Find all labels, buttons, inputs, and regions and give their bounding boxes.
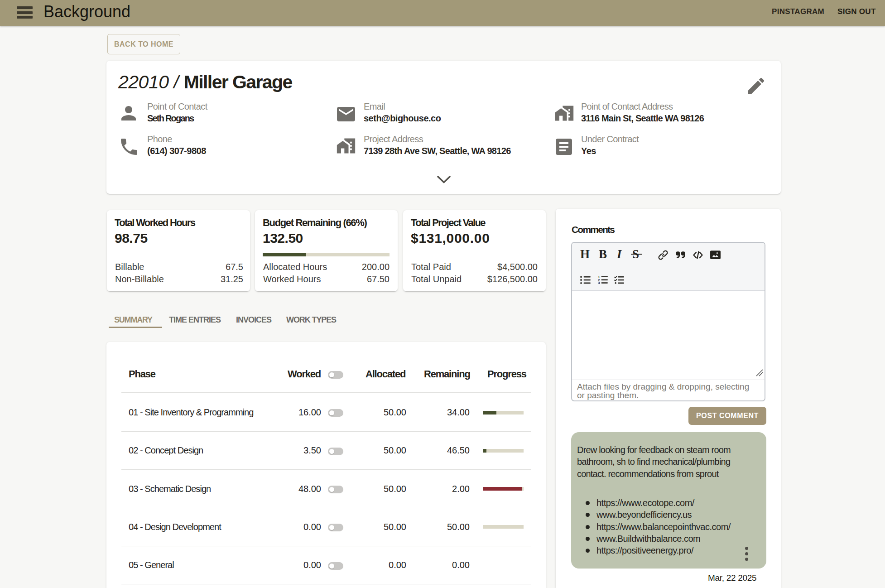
svg-text:3: 3 (598, 281, 600, 284)
